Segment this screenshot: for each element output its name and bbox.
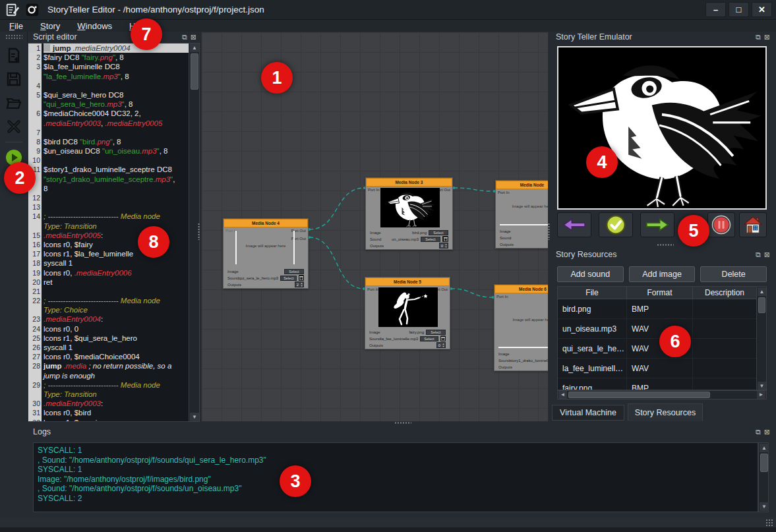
code-line[interactable]: 8: [44, 184, 199, 193]
port-in-label[interactable]: Port In: [367, 287, 379, 291]
next-button[interactable]: [640, 212, 674, 237]
trash-icon[interactable]: [442, 236, 448, 242]
node-title[interactable]: Media Node 6: [494, 285, 549, 293]
node-graph-canvas[interactable]: Media Node 4Port InPort OutPort OutImage…: [201, 32, 549, 422]
scroll-thumb[interactable]: [191, 53, 198, 90]
logs-output[interactable]: SYSCALL: 1, Sound: "/home/anthony/ostpro…: [33, 442, 758, 512]
node-title[interactable]: Media Node 3: [366, 178, 452, 187]
column-header-format[interactable]: Format: [627, 287, 693, 299]
scroll-down-icon[interactable]: ▼: [758, 382, 766, 390]
script-editor[interactable]: 1234567891011121314151617181920212223242…: [28, 43, 200, 422]
splitter-right[interactable]: [547, 223, 551, 240]
close-panel-icon[interactable]: ⊠: [764, 34, 770, 41]
port-in-label[interactable]: Port In: [368, 188, 380, 192]
select-button[interactable]: Select: [429, 230, 448, 235]
previous-button[interactable]: [557, 212, 591, 237]
toolbar-grip[interactable]: [5, 34, 22, 39]
code-line[interactable]: jump is enough: [44, 371, 199, 380]
add-sound-button[interactable]: Add sound: [557, 266, 624, 282]
code-line[interactable]: $fairy DC8 "fairy.png", 8: [44, 53, 199, 62]
code-line[interactable]: .mediaEntry0005:: [44, 231, 199, 240]
scroll-down-icon[interactable]: ▼: [190, 413, 199, 421]
media-node[interactable]: Media NodePort InImage will appear hereI…: [495, 180, 549, 249]
tab-story-resources[interactable]: Story Resources: [628, 403, 703, 421]
scroll-up-icon[interactable]: ▲: [760, 444, 769, 452]
logs-scrollbar[interactable]: ▲ ▼: [758, 442, 769, 512]
code-line[interactable]: [44, 156, 199, 165]
close-button[interactable]: ✕: [752, 2, 772, 17]
code-line[interactable]: lcons r0, 0: [44, 324, 199, 334]
table-row[interactable]: bird.pngBMP: [558, 299, 766, 319]
pause-button[interactable]: [707, 212, 735, 237]
code-line[interactable]: $mediaChoice0004 DC32, 2,: [44, 109, 199, 118]
node-title[interactable]: Media Node 5: [365, 278, 450, 286]
code-line[interactable]: lcons r1, $un_oiseau: [44, 418, 199, 422]
code-line[interactable]: jump .mediaEntry0004: [44, 44, 199, 53]
float-panel-icon[interactable]: ⧉: [756, 34, 761, 41]
scroll-thumb[interactable]: [758, 297, 765, 313]
table-row[interactable]: la_fee_luminelle.mp3WAV: [558, 359, 766, 378]
splitter-left[interactable]: [197, 223, 200, 240]
table-hscrollbar[interactable]: ◄ ►: [557, 390, 767, 399]
code-area[interactable]: jump .mediaEntry0004$fairy DC8 "fairy.pn…: [42, 44, 199, 421]
code-line[interactable]: lcons r0, .mediaEntry0006: [44, 268, 199, 278]
code-line[interactable]: [44, 128, 199, 137]
code-line[interactable]: $qui_sera_le_hero DC8: [44, 90, 199, 100]
code-line[interactable]: .mediaEntry0004:: [44, 314, 199, 324]
code-line[interactable]: Type: Choice: [44, 305, 199, 314]
menu-item-windows[interactable]: Windows: [77, 21, 112, 31]
code-line[interactable]: lcons r1, $la_fee_luminelle: [44, 249, 199, 258]
splitter-emulator[interactable]: [657, 243, 674, 247]
code-line[interactable]: jump .media ; no return possible, so a: [44, 361, 199, 370]
select-button[interactable]: Select: [284, 269, 304, 274]
open-button[interactable]: [4, 93, 24, 113]
outputs-spinner[interactable]: 2▲▼: [295, 281, 304, 287]
trash-icon[interactable]: [299, 275, 304, 281]
spinner-arrows-icon[interactable]: ▲▼: [300, 282, 303, 287]
scroll-up-icon[interactable]: ▲: [190, 44, 199, 52]
select-button[interactable]: Select: [420, 336, 438, 341]
code-line[interactable]: lcons r0, $mediaChoice0004: [44, 352, 199, 361]
close-project-button[interactable]: [4, 117, 24, 136]
code-line[interactable]: ; ---------------------------- Media nod…: [44, 212, 199, 221]
float-panel-icon[interactable]: ⧉: [756, 251, 761, 258]
code-line[interactable]: Type: Transition: [44, 390, 199, 399]
close-panel-icon[interactable]: ⊠: [191, 34, 196, 41]
select-button[interactable]: Select: [426, 330, 446, 335]
trash-icon[interactable]: [440, 336, 446, 341]
code-line[interactable]: [44, 81, 199, 90]
outputs-spinner[interactable]: 0▲▼: [436, 342, 446, 348]
media-node[interactable]: Media Node 4Port InPort OutPort OutImage…: [223, 218, 309, 289]
delete-button[interactable]: Delete: [700, 266, 767, 282]
float-panel-icon[interactable]: ⧉: [182, 34, 187, 41]
code-line[interactable]: "story1_drako_luminelle_sceptre.mp3",: [44, 175, 199, 184]
code-line[interactable]: Type: Transition: [44, 222, 199, 231]
code-line[interactable]: [44, 287, 199, 296]
scroll-right-icon[interactable]: ►: [757, 391, 765, 399]
column-header-description[interactable]: Description: [693, 287, 757, 299]
code-line[interactable]: ; ---------------------------- Media nod…: [44, 296, 199, 305]
code-line[interactable]: .mediaEntry0003:: [44, 399, 199, 408]
home-button[interactable]: [739, 212, 767, 237]
add-image-button[interactable]: Add image: [629, 266, 696, 282]
scroll-thumb[interactable]: [568, 392, 710, 398]
code-line[interactable]: lcons r1, $qui_sera_le_hero: [44, 334, 199, 343]
scroll-down-icon[interactable]: ▼: [760, 502, 769, 511]
media-node[interactable]: Media Node 3Port InPort OutImagebird.png…: [365, 177, 453, 250]
code-line[interactable]: $la_fee_luminelle DC8: [44, 62, 199, 71]
tab-virtual-machine[interactable]: Virtual Machine: [552, 405, 624, 421]
code-line[interactable]: .mediaEntry0003, .mediaEntry0005: [44, 119, 199, 128]
spinner-arrows-icon[interactable]: ▲▼: [444, 243, 448, 248]
code-line[interactable]: ret: [44, 278, 199, 287]
code-line[interactable]: $un_oiseau DC8 "un_oiseau.mp3", 8: [44, 146, 199, 156]
node-title[interactable]: Media Node 4: [224, 219, 308, 227]
scroll-up-icon[interactable]: ▲: [758, 287, 766, 296]
close-panel-icon[interactable]: ⊠: [764, 251, 770, 258]
table-row[interactable]: fairy.pngBMP: [558, 378, 766, 390]
node-title[interactable]: Media Node: [496, 181, 549, 189]
float-panel-icon[interactable]: ⧉: [756, 429, 761, 436]
code-line[interactable]: ; ---------------------------- Media nod…: [44, 380, 199, 390]
menu-item-file[interactable]: File: [9, 21, 23, 31]
code-line[interactable]: lcons r0, $bird: [44, 408, 199, 417]
media-node[interactable]: Media Node 6Port InImage will appear her…: [494, 284, 549, 371]
